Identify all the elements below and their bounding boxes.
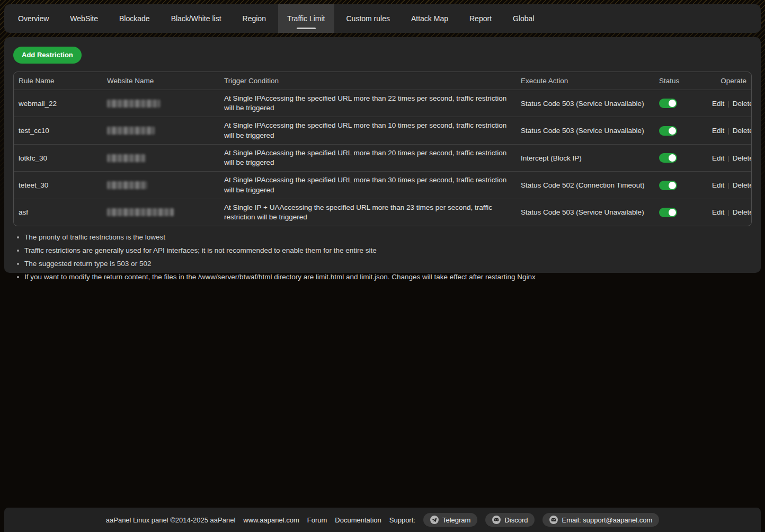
column-header-website-name: Website Name <box>102 77 219 85</box>
tab-overview[interactable]: Overview <box>9 4 58 33</box>
column-header-operate: Operate <box>707 77 751 85</box>
edit-link[interactable]: Edit <box>712 208 724 216</box>
edit-link[interactable]: Edit <box>712 100 724 108</box>
note-item: The priority of traffic restrictions is … <box>13 234 752 242</box>
status-cell <box>654 204 707 221</box>
status-cell <box>654 177 707 194</box>
table-row: test_cc10 At Single IPAccessing the spec… <box>14 117 751 144</box>
table-row: teteet_30 At Single IPAccessing the spec… <box>14 171 751 198</box>
tab-label: Overview <box>18 14 49 23</box>
tab-label: Traffic Limit <box>287 14 325 23</box>
status-toggle[interactable] <box>659 181 677 190</box>
execute-action: Status Code 502 (Connection Timeout) <box>516 178 654 193</box>
table-header-row: Rule Name Website Name Trigger Condition… <box>14 72 751 90</box>
tab-website[interactable]: WebSite <box>61 4 107 33</box>
edit-link[interactable]: Edit <box>712 181 724 189</box>
operate-cell: Edit|Delete <box>707 205 752 220</box>
website-name-cell <box>102 178 219 193</box>
edit-link[interactable]: Edit <box>712 154 724 162</box>
tab-black-white-list[interactable]: Black/White list <box>162 4 230 33</box>
telegram-button[interactable]: Telegram <box>423 513 477 527</box>
operate-cell: Edit|Delete <box>707 123 752 138</box>
documentation-link[interactable]: Documentation <box>335 516 381 524</box>
discord-button[interactable]: Discord <box>485 513 535 527</box>
status-toggle[interactable] <box>659 208 677 217</box>
tab-global[interactable]: Global <box>504 4 543 33</box>
redacted-website-name <box>107 181 147 189</box>
execute-action: Status Code 503 (Service Unavailable) <box>516 123 654 138</box>
tab-label: Custom rules <box>346 14 390 23</box>
trigger-condition: At Single IPAccessing the specified URL … <box>219 172 516 198</box>
redacted-website-name <box>107 100 160 108</box>
tab-blockade[interactable]: Blockade <box>110 4 159 33</box>
add-restriction-button[interactable]: Add Restriction <box>13 47 82 64</box>
operate-divider: | <box>727 181 730 189</box>
website-name-cell <box>102 205 219 220</box>
tab-label: Report <box>469 14 492 23</box>
status-toggle[interactable] <box>659 153 677 163</box>
delete-link[interactable]: Delete <box>733 181 752 189</box>
email-label: Email: support@aapanel.com <box>562 516 652 524</box>
forum-link[interactable]: Forum <box>307 516 327 524</box>
tab-label: Blockade <box>119 14 150 23</box>
tab-label: Black/White list <box>171 14 221 23</box>
table-row: webmail_22 At Single IPAccessing the spe… <box>14 90 751 117</box>
rule-name: asf <box>14 205 102 220</box>
copyright-text: aaPanel Linux panel ©2014-2025 aaPanel <box>106 516 236 524</box>
website-name-cell <box>102 150 219 166</box>
status-cell <box>654 122 707 139</box>
tab-label: Global <box>513 14 534 23</box>
rule-name: webmail_22 <box>14 96 102 111</box>
traffic-limit-table: Rule Name Website Name Trigger Condition… <box>13 72 752 226</box>
operate-divider: | <box>727 100 730 108</box>
delete-link[interactable]: Delete <box>733 127 752 135</box>
tab-label: Attack Map <box>411 14 448 23</box>
execute-action: Status Code 503 (Service Unavailable) <box>516 96 654 111</box>
operate-cell: Edit|Delete <box>707 150 752 166</box>
delete-link[interactable]: Delete <box>733 208 752 216</box>
tab-region[interactable]: Region <box>234 4 275 33</box>
trigger-condition: At Single IP + UAAccessing the specified… <box>219 199 516 226</box>
column-header-rule-name: Rule Name <box>14 77 102 85</box>
email-button[interactable]: Email: support@aapanel.com <box>542 513 659 527</box>
rule-name: test_cc10 <box>14 123 102 138</box>
edit-link[interactable]: Edit <box>712 127 724 135</box>
status-toggle[interactable] <box>659 99 677 108</box>
note-item: Traffic restrictions are generally used … <box>13 247 752 255</box>
operate-cell: Edit|Delete <box>707 178 752 193</box>
tab-custom-rules[interactable]: Custom rules <box>337 4 399 33</box>
page-footer: aaPanel Linux panel ©2014-2025 aaPanel w… <box>4 508 761 532</box>
column-header-status: Status <box>654 77 707 85</box>
support-label: Support: <box>389 516 415 524</box>
trigger-condition: At Single IPAccessing the specified URL … <box>219 145 516 171</box>
telegram-icon <box>430 516 439 524</box>
operate-divider: | <box>727 208 730 216</box>
table-row: asf At Single IP + UAAccessing the speci… <box>14 199 751 226</box>
status-toggle[interactable] <box>659 126 677 136</box>
operate-cell: Edit|Delete <box>707 96 752 111</box>
tab-label: Region <box>243 14 266 23</box>
note-item: If you want to modify the return content… <box>13 273 752 281</box>
tab-report[interactable]: Report <box>460 4 501 33</box>
website-link[interactable]: www.aapanel.com <box>243 516 299 524</box>
email-icon <box>549 516 558 524</box>
table-row: lotkfc_30 At Single IPAccessing the spec… <box>14 144 751 171</box>
discord-label: Discord <box>504 516 528 524</box>
status-cell <box>654 149 707 166</box>
redacted-website-name <box>107 127 155 135</box>
note-item: The suggested return type is 503 or 502 <box>13 260 752 268</box>
notes-list: The priority of traffic restrictions is … <box>13 234 752 281</box>
top-navbar: Overview WebSite Blockade Black/White li… <box>4 4 761 33</box>
tab-traffic-limit[interactable]: Traffic Limit <box>278 4 334 33</box>
tab-attack-map[interactable]: Attack Map <box>402 4 457 33</box>
telegram-label: Telegram <box>442 516 470 524</box>
delete-link[interactable]: Delete <box>733 100 752 108</box>
delete-link[interactable]: Delete <box>733 154 752 162</box>
execute-action: Intercept (Block IP) <box>516 150 654 166</box>
column-header-trigger-condition: Trigger Condition <box>219 77 516 85</box>
traffic-limit-panel: Add Restriction Rule Name Website Name T… <box>4 37 761 273</box>
tab-label: WebSite <box>70 14 98 23</box>
trigger-condition: At Single IPAccessing the specified URL … <box>219 90 516 117</box>
rule-name: lotkfc_30 <box>14 150 102 166</box>
trigger-condition: At Single IPAccessing the specified URL … <box>219 117 516 144</box>
